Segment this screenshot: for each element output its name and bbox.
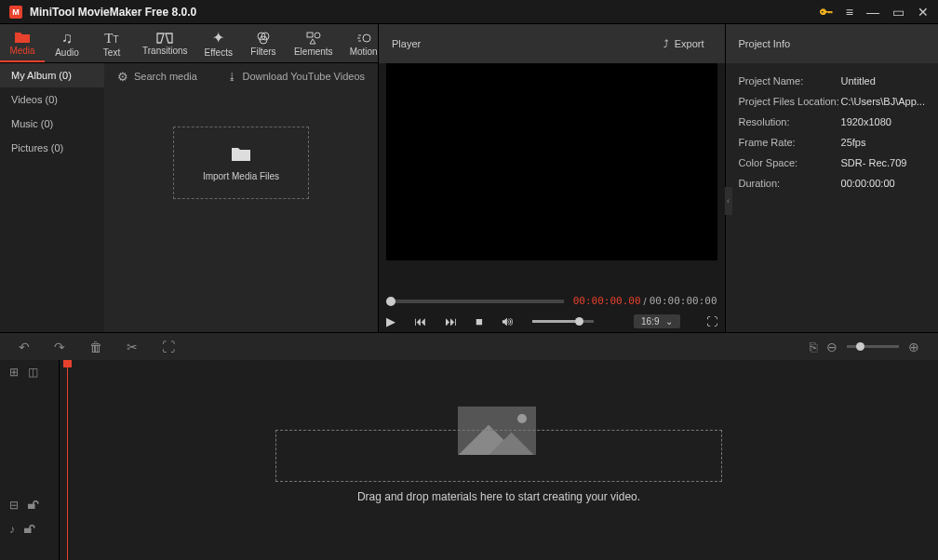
- tab-label: Motion: [350, 47, 378, 57]
- audio-track-icon[interactable]: ♪: [9, 523, 15, 536]
- app-title: MiniTool MovieMaker Free 8.0.0: [30, 6, 820, 19]
- music-icon: ♫: [61, 31, 73, 46]
- svg-rect-3: [307, 33, 313, 37]
- prev-frame-button[interactable]: ⏮: [414, 314, 426, 328]
- drop-hint: Drag and drop materials here to start cr…: [60, 490, 938, 503]
- undo-button[interactable]: ↶: [19, 340, 30, 354]
- timeline-track-headers: ⊞ ◫ ⊟ 🔓︎ ♪ 🔓︎: [0, 360, 60, 560]
- sidebar-item-music[interactable]: Music (0): [0, 112, 104, 136]
- info-label: Project Name:: [739, 75, 841, 87]
- zoom-in-button[interactable]: ⊕: [908, 340, 919, 354]
- info-label: Frame Rate:: [739, 137, 841, 148]
- crop-button[interactable]: ⛶: [162, 340, 175, 354]
- close-button[interactable]: ✕: [918, 5, 929, 20]
- app-logo: M: [9, 6, 22, 19]
- info-value: SDR- Rec.709: [841, 157, 907, 168]
- tab-text[interactable]: TT Text: [89, 24, 134, 62]
- export-label: Export: [675, 38, 704, 49]
- export-button[interactable]: ⤴ Export: [656, 34, 712, 53]
- lock-icon[interactable]: 🔓︎: [24, 523, 35, 536]
- activate-key-icon[interactable]: 🔑︎: [820, 5, 833, 20]
- tab-label: Text: [103, 47, 120, 58]
- next-frame-button[interactable]: ⏭: [445, 314, 457, 328]
- video-track-icon[interactable]: ⊟: [9, 499, 19, 512]
- info-value: C:\Users\BJ\App...: [841, 96, 925, 107]
- sidebar-item-myalbum[interactable]: My Album (0): [0, 63, 104, 87]
- delete-button[interactable]: 🗑︎: [89, 340, 102, 354]
- add-track-icon[interactable]: ⊞: [9, 366, 19, 379]
- volume-slider[interactable]: [532, 320, 594, 323]
- info-label: Color Space:: [739, 157, 841, 168]
- project-info-panel: ‹ Project Info Project Name:Untitled Pro…: [726, 24, 938, 332]
- download-youtube-button[interactable]: ⭳ Download YouTube Videos: [227, 71, 366, 82]
- volume-icon[interactable]: 🔊︎: [502, 314, 514, 328]
- tab-audio[interactable]: ♫ Audio: [45, 24, 89, 62]
- maximize-button[interactable]: ▭: [892, 5, 904, 20]
- text-icon: TT: [104, 31, 118, 46]
- aspect-value: 16:9: [641, 316, 659, 327]
- media-panel: Media ♫ Audio TT Text Transitions ✦ Effe…: [0, 24, 379, 332]
- transitions-icon: [156, 33, 173, 44]
- gear-icon: ⚙: [117, 70, 128, 84]
- project-info-title: Project Info: [739, 38, 791, 49]
- tab-filters[interactable]: Filters: [241, 24, 286, 62]
- redo-button[interactable]: ↷: [54, 340, 65, 354]
- player-panel: Player ⤴ Export 00:00:00.00 / 00:00:00:0…: [379, 24, 726, 332]
- menu-icon[interactable]: ≡: [846, 5, 853, 20]
- play-button[interactable]: ▶: [386, 314, 395, 328]
- chevron-down-icon: ⌄: [665, 316, 673, 327]
- tab-media[interactable]: Media: [0, 24, 45, 62]
- folder-icon: [14, 31, 31, 44]
- search-media[interactable]: ⚙ Search media: [117, 70, 197, 84]
- folder-icon: [231, 145, 251, 162]
- tracks-icon[interactable]: ◫: [28, 366, 38, 379]
- tab-label: Audio: [55, 47, 79, 58]
- search-placeholder: Search media: [134, 71, 197, 82]
- tab-label: Transitions: [142, 46, 188, 56]
- info-value: 1920x1080: [841, 116, 891, 127]
- tab-transitions[interactable]: Transitions: [134, 24, 196, 62]
- time-total: 00:00:00:00: [650, 295, 717, 307]
- timeline-tracks[interactable]: Drag and drop materials here to start cr…: [60, 360, 938, 560]
- elements-icon: [306, 32, 321, 45]
- timeline: ⊞ ◫ ⊟ 🔓︎ ♪ 🔓︎ Drag and drop materials he…: [0, 360, 938, 560]
- effects-icon: ✦: [212, 31, 224, 46]
- aspect-ratio-select[interactable]: 16:9 ⌄: [634, 314, 679, 328]
- stop-button[interactable]: ■: [476, 314, 483, 328]
- main-tabs: Media ♫ Audio TT Text Transitions ✦ Effe…: [0, 24, 378, 63]
- download-icon: ⭳: [227, 71, 237, 82]
- fullscreen-button[interactable]: ⛶: [706, 315, 717, 328]
- media-sidebar: My Album (0) Videos (0) Music (0) Pictur…: [0, 63, 104, 332]
- export-icon: ⤴: [663, 38, 669, 49]
- zoom-out-button[interactable]: ⊖: [826, 340, 838, 354]
- download-label: Download YouTube Videos: [243, 71, 366, 82]
- info-value: 25fps: [841, 137, 866, 148]
- split-button[interactable]: ✂: [127, 340, 138, 354]
- info-value: 00:00:00:00: [841, 178, 895, 189]
- filters-icon: [256, 32, 271, 45]
- titlebar: M MiniTool MovieMaker Free 8.0.0 🔑︎ ≡ — …: [0, 0, 938, 24]
- drop-zone[interactable]: [275, 430, 722, 482]
- info-label: Resolution:: [739, 116, 841, 127]
- seek-slider[interactable]: [386, 300, 564, 303]
- tab-label: Effects: [205, 47, 233, 58]
- tab-label: Media: [9, 46, 34, 56]
- info-label: Project Files Location:: [739, 96, 841, 107]
- time-current: 00:00:00.00: [573, 295, 641, 307]
- preview-screen: [386, 63, 717, 260]
- tab-effects[interactable]: ✦ Effects: [196, 24, 241, 62]
- lock-icon[interactable]: 🔓︎: [28, 499, 39, 512]
- sidebar-item-videos[interactable]: Videos (0): [0, 87, 104, 112]
- import-media-button[interactable]: Import Media Files: [173, 127, 309, 199]
- minimize-button[interactable]: —: [866, 5, 879, 20]
- sidebar-item-pictures[interactable]: Pictures (0): [0, 136, 104, 160]
- info-label: Duration:: [739, 178, 841, 189]
- collapse-handle[interactable]: ‹: [725, 187, 732, 215]
- player-title: Player: [392, 38, 421, 49]
- fit-timeline-icon[interactable]: ⎘: [810, 340, 817, 354]
- tab-elements[interactable]: Elements: [286, 24, 342, 62]
- playhead[interactable]: [67, 360, 68, 560]
- zoom-slider[interactable]: [847, 345, 899, 348]
- info-value: Untitled: [841, 75, 876, 87]
- tab-label: Filters: [250, 47, 275, 57]
